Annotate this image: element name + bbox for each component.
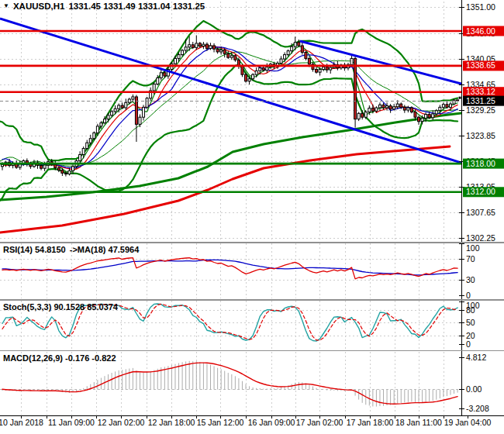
price-axis-label: 1329.25 bbox=[466, 105, 495, 115]
main-plot[interactable] bbox=[0, 19, 461, 232]
macd-label: MACD(12,26,9) -0.176 -0.822 bbox=[3, 353, 116, 363]
time-axis-label: 17 Jan 18:00 bbox=[347, 418, 394, 427]
rsi-scale-label: 70 bbox=[466, 254, 475, 264]
price-level-badge-text: 1318.00 bbox=[466, 159, 495, 168]
price-axis-label: 1302.25 bbox=[466, 233, 495, 243]
macd-plot[interactable] bbox=[0, 361, 461, 407]
chart-title-bar: ▼ XAUUSD,H1 1331.45 1331.49 1331.04 1331… bbox=[3, 2, 205, 11]
stochastic-label: Stoch(5,3,3) 90.1528 85.0374 bbox=[3, 302, 118, 312]
price-axis-label: 1351.00 bbox=[466, 2, 495, 12]
rsi-label: RSI(14) 54.8150 bbox=[3, 245, 66, 254]
rsi-plot[interactable] bbox=[2, 258, 457, 279]
stochastic-scale-label: 0 bbox=[466, 339, 471, 349]
time-axis-label: 12 Jan 18:00 bbox=[148, 418, 195, 427]
time-axis-label: 18 Jan 11:00 bbox=[395, 418, 442, 427]
time-axis-label: 10 Jan 2018 bbox=[0, 418, 43, 427]
symbol-period-label: XAUUSD,H1 bbox=[13, 2, 64, 11]
symbol-dropdown-icon[interactable]: ▼ bbox=[3, 2, 9, 10]
macd-scale-label: -3.208 bbox=[466, 404, 489, 413]
rsi-scale-label: 0 bbox=[466, 291, 471, 300]
last-price-marker bbox=[459, 97, 461, 99]
rsi-scale-label: 100 bbox=[466, 243, 480, 253]
rsi-title: RSI(14) 54.8150 ->MA(18) 47.5964 bbox=[3, 245, 139, 254]
rsi-ma-label: ->MA(18) 47.5964 bbox=[70, 245, 140, 254]
time-axis-label: 19 Jan 04:00 bbox=[444, 418, 492, 427]
stochastic-scale-label: 50 bbox=[466, 318, 475, 327]
stochastic-scale-label: 80 bbox=[466, 305, 475, 315]
stochastic-title: Stoch(5,3,3) 90.1528 85.0374 bbox=[3, 302, 118, 312]
price-level-badge-text: 1333.12 bbox=[466, 87, 495, 96]
time-axis-label: 15 Jan 12:00 bbox=[197, 418, 244, 427]
macd-title: MACD(12,26,9) -0.176 -0.822 bbox=[3, 353, 116, 363]
price-axis-label: 1307.65 bbox=[466, 208, 495, 217]
axes-layer[interactable]: 1351.001345.451340.051334.651329.251323.… bbox=[0, 0, 504, 427]
price-axis-label: 1323.85 bbox=[466, 131, 495, 140]
time-axis-label: 16 Jan 09:00 bbox=[248, 418, 295, 427]
price-level-badge-text: 1346.00 bbox=[466, 26, 495, 36]
mt4-chart-window: 1351.001345.451340.051334.651329.251323.… bbox=[0, 0, 504, 434]
time-axis-label: 11 Jan 09:00 bbox=[48, 418, 95, 427]
ohlc-values: 1331.45 1331.49 1331.04 1331.25 bbox=[68, 2, 205, 11]
rsi-scale-label: 30 bbox=[466, 275, 475, 284]
macd-scale-label: 0.00 bbox=[466, 384, 482, 394]
time-axis-label: 17 Jan 02:00 bbox=[296, 418, 343, 427]
price-level-badge-text: 1312.00 bbox=[466, 187, 495, 196]
chart-canvas[interactable]: 1351.001345.451340.051334.651329.251323.… bbox=[0, 0, 504, 434]
price-level-badge-text: 1331.25 bbox=[466, 96, 495, 105]
candles bbox=[2, 35, 459, 176]
macd-scale-label: 4.812 bbox=[466, 353, 486, 362]
price-level-badge-text: 1338.65 bbox=[466, 60, 495, 70]
time-axis-label: 12 Jan 02:00 bbox=[98, 418, 145, 427]
